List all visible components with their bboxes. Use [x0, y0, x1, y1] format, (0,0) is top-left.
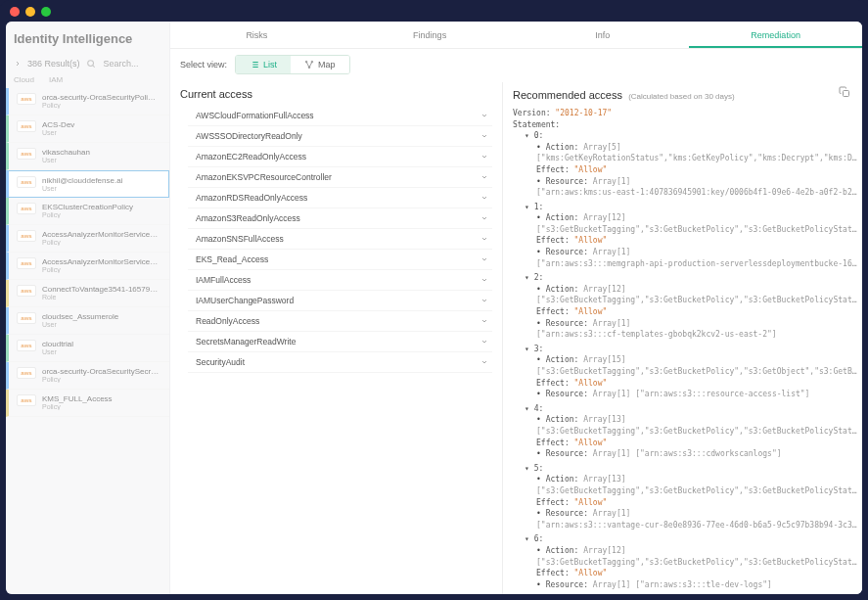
access-name: AmazonS3ReadOnlyAccess	[196, 213, 300, 223]
access-name: AWSCloudFormationFullAccess	[196, 111, 314, 120]
item-type: User	[42, 185, 160, 192]
svg-rect-13	[844, 91, 849, 97]
statement-block: ▾ 0:• Action: Array[5] ["kms:GetKeyRotat…	[525, 130, 852, 199]
list-item[interactable]: awsvikaschauhanUser	[6, 143, 169, 170]
statement-index[interactable]: ▾ 5:	[525, 463, 852, 475]
access-row[interactable]: AmazonEKSVPCResourceController	[188, 167, 492, 188]
list-item[interactable]: awsorca-security-OrcaSecuritySecretsMan.…	[6, 362, 169, 390]
access-row[interactable]: IAMUserChangePassword	[188, 291, 492, 311]
access-name: SecretsManagerReadWrite	[196, 337, 296, 346]
statement-block: ▾ 7:• Action: Array[14] ["s3:GetBucketTa…	[525, 593, 852, 594]
minimize-icon[interactable]	[25, 7, 35, 17]
bullet: •	[536, 355, 541, 364]
access-name: IAMUserChangePassword	[196, 296, 294, 305]
app-window: Identity Intelligence 386 Result(s) Clou…	[0, 0, 868, 600]
access-row[interactable]: AWSSSODirectoryReadOnly	[188, 126, 492, 147]
effect-value: "Allow"	[574, 498, 608, 507]
access-row[interactable]: IAMFullAccess	[188, 270, 492, 291]
bullet: •	[536, 449, 541, 458]
statement-index[interactable]: ▾ 3:	[525, 344, 852, 355]
statement-index[interactable]: ▾ 7:	[525, 593, 852, 594]
map-icon	[304, 60, 314, 69]
list-item[interactable]: awsConnectToVantage3541-1657976366-...Ro…	[6, 280, 169, 307]
view-selector: Select view: List Map	[170, 49, 862, 82]
effect-label: Effect:	[536, 236, 570, 245]
chevron-down-icon	[480, 153, 488, 161]
chevron-down-icon	[480, 255, 488, 263]
tab-info[interactable]: Info	[517, 22, 690, 48]
chevron-right-icon[interactable]	[14, 60, 22, 68]
resource-label: Resource:	[546, 177, 588, 186]
access-name: AmazonRDSReadOnlyAccess	[196, 193, 307, 203]
access-row[interactable]: SecretsManagerReadWrite	[188, 332, 492, 352]
bullet: •	[536, 248, 541, 256]
current-access-column: Current access AWSCloudFormationFullAcce…	[170, 82, 503, 594]
list-item[interactable]: awsEKSClusterCreationPolicyPolicy	[6, 198, 169, 225]
bullet: •	[536, 475, 541, 484]
item-type: User	[42, 348, 161, 355]
tab-bar: RisksFindingsInfoRemediation	[170, 22, 862, 49]
item-name: AccessAnalyzerMonitorServicePolicy_...	[42, 230, 160, 239]
access-row[interactable]: AmazonSNSFullAccess	[188, 229, 492, 250]
statement-index[interactable]: ▾ 6:	[525, 533, 852, 545]
item-type: Policy	[42, 239, 161, 246]
list-item[interactable]: awscloudsec_AssumeroleUser	[6, 307, 169, 335]
list-column-headers: Cloud IAM	[6, 75, 169, 88]
list-item[interactable]: awscloudtrialUser	[6, 335, 169, 362]
list-item[interactable]: awsAccessAnalyzerMonitorServicePolicy_..…	[6, 225, 169, 253]
action-value: ["s3:GetBucketTagging","s3:GetBucketPoli…	[536, 485, 859, 497]
list-item[interactable]: awsorca-security-OrcaSecurityPolicy-1280…	[6, 88, 169, 115]
view-map-button[interactable]: Map	[291, 56, 349, 73]
close-icon[interactable]	[10, 7, 20, 17]
chevron-down-icon	[480, 358, 488, 366]
col-cloud: Cloud	[14, 75, 39, 84]
effect-label: Effect:	[536, 307, 570, 316]
chevron-down-icon	[480, 173, 488, 181]
tab-remediation[interactable]: Remediation	[689, 22, 862, 48]
list-item[interactable]: awsnikhil@clouddefense.aiUser	[6, 170, 169, 198]
list-item[interactable]: awsKMS_FULL_AccessPolicy	[6, 390, 169, 417]
access-row[interactable]: EKS_Read_Access	[188, 250, 492, 270]
access-row[interactable]: AmazonEC2ReadOnlyAccess	[188, 147, 492, 167]
effect-value: "Allow"	[574, 569, 608, 577]
resource-value: ["arn:aws:s3:::tle-dev-logs"]	[635, 579, 772, 591]
item-type: Policy	[42, 102, 161, 109]
maximize-icon[interactable]	[41, 7, 51, 17]
statement-index[interactable]: ▾ 4:	[525, 403, 852, 415]
search-input[interactable]	[102, 58, 160, 69]
item-name: orca-security-OrcaSecuritySecretsMan...	[42, 367, 160, 376]
access-row[interactable]: ReadOnlyAccess	[188, 311, 492, 332]
access-row[interactable]: AmazonRDSReadOnlyAccess	[188, 188, 492, 208]
list-item[interactable]: awsAccessAnalyzerMonitorServicePolicy_..…	[6, 253, 169, 280]
aws-icon: aws	[17, 312, 36, 324]
tab-risks[interactable]: Risks	[170, 22, 343, 48]
statement-index[interactable]: ▾ 2:	[525, 272, 852, 284]
effect-label: Effect:	[536, 569, 570, 577]
view-toggle: List Map	[235, 55, 350, 74]
item-name: vikaschauhan	[42, 148, 160, 157]
access-row[interactable]: AmazonS3ReadOnlyAccess	[188, 208, 492, 229]
chevron-down-icon	[480, 214, 488, 222]
access-name: AmazonEKSVPCResourceController	[196, 172, 332, 182]
access-name: AmazonSNSFullAccess	[196, 234, 284, 244]
search-icon[interactable]	[86, 59, 96, 69]
aws-icon: aws	[17, 93, 36, 105]
resource-value: ["arn:aws:s3:::resource-access-list"]	[635, 389, 809, 400]
view-list-button[interactable]: List	[236, 56, 291, 73]
copy-icon[interactable]	[839, 86, 850, 98]
item-name: KMS_FULL_Access	[42, 394, 160, 403]
statement-index[interactable]: ▾ 1:	[525, 202, 852, 213]
aws-icon: aws	[17, 367, 36, 379]
access-row[interactable]: SecurityAudit	[188, 352, 492, 373]
resource-value: ["arn:aws:s3:::vantage-cur-8e0e8936-77ee…	[536, 520, 859, 531]
resource-label: Resource:	[546, 509, 588, 518]
access-row[interactable]: AWSCloudFormationFullAccess	[188, 106, 492, 126]
result-count: 386 Result(s)	[27, 59, 80, 69]
statement-index[interactable]: ▾ 0:	[525, 130, 852, 142]
action-label: Action:	[546, 415, 579, 424]
access-name: EKS_Read_Access	[196, 254, 268, 264]
list-item[interactable]: awsACS-DevUser	[6, 115, 169, 143]
view-map-label: Map	[318, 60, 336, 69]
bullet: •	[536, 177, 541, 186]
tab-findings[interactable]: Findings	[343, 22, 517, 48]
